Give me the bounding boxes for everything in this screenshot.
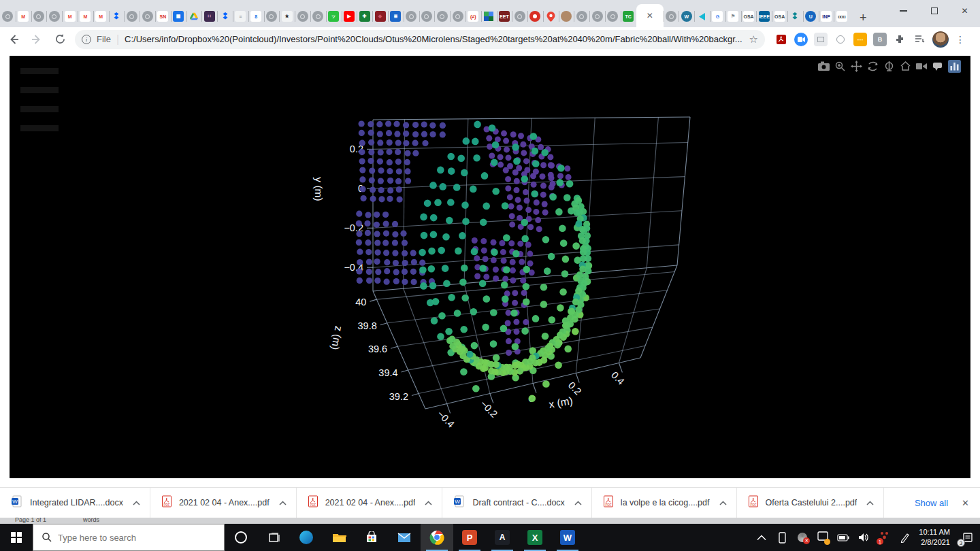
download-item-menu-caret[interactable] [866,501,874,505]
tab-favicon-gmail[interactable]: M [93,5,109,27]
modebar-hover-icon[interactable] [930,59,946,73]
tab-favicon-layers[interactable] [787,5,803,27]
taskbar-taskview-icon[interactable] [257,524,290,551]
tray-snip-icon[interactable] [813,524,833,551]
taskbar-search[interactable] [33,524,225,551]
tray-battery-icon[interactable] [833,524,853,551]
tab-favicon-mosaic[interactable] [481,5,497,27]
tab-favicon-redcircle[interactable] [527,5,543,27]
tab-favicon-google[interactable]: G [710,5,725,27]
tab-favicon-tc[interactable]: TC [621,5,636,27]
tab-favicon-globe[interactable] [605,5,621,27]
reload-button-icon[interactable] [50,30,69,49]
modebar-orbit-icon[interactable] [864,59,881,73]
forward-button-icon[interactable] [27,30,46,49]
taskbar-clock[interactable]: 10:11 AM 2/8/2021 [915,527,956,548]
tab-favicon-globe[interactable] [574,5,589,27]
bookmark-star-icon[interactable]: ☆ [749,33,758,46]
tab-favicon-bluedoc[interactable]: ≣ [388,5,404,27]
tab-favicon-doctext[interactable]: ıxxı [834,5,849,27]
tab-favicon-blueu[interactable]: U [803,5,819,27]
download-item-menu-caret[interactable] [719,501,727,505]
ring-extension-icon[interactable] [834,33,847,46]
taskbar-mail-icon[interactable] [388,524,421,551]
notification-center-icon[interactable]: 3 [956,524,980,551]
download-item-name[interactable]: Integrated LIDAR....docx [30,498,123,507]
tab-favicon-globe[interactable] [434,5,450,27]
modebar-home-icon[interactable] [897,59,913,73]
tab-favicon-maps[interactable] [543,5,559,27]
download-item[interactable]: PDF Oferta Castelului 2....pdf [737,488,885,518]
tab-favicon-inp[interactable]: INP [819,5,834,27]
cast-extension-icon[interactable] [814,33,828,46]
tab-favicon-globe[interactable] [404,5,419,27]
tab-favicon-globe[interactable] [0,5,16,27]
back-button-icon[interactable] [4,30,23,49]
tab-favicon-greensmiley[interactable]: ッ [326,5,342,27]
tab-favicon-wp[interactable]: W [679,5,694,27]
tray-pen-icon[interactable] [894,524,915,551]
tab-favicon-osa[interactable]: OSA [772,5,787,27]
tab-favicon-globe[interactable] [512,5,527,27]
tab-favicon-dropbox[interactable] [217,5,233,27]
tab-favicon-ieee[interactable]: IEEE [756,5,772,27]
tab-favicon-dropbox[interactable] [109,5,125,27]
tab-favicon-drive[interactable] [186,5,202,27]
tab-favicon-reddiamond[interactable]: ◆ [372,5,388,27]
download-item[interactable]: W Draft contract - C....docx [442,488,591,518]
tab-favicon-page[interactable]: ≡ [233,5,248,27]
tab-favicon-globe[interactable] [589,5,605,27]
tray-chevron-icon[interactable] [751,524,772,551]
tab-favicon-gmail[interactable]: M [62,5,78,27]
tab-favicon-avatar[interactable] [559,5,574,27]
start-button[interactable] [0,524,33,551]
tab-favicon-globe[interactable] [664,5,679,27]
tab-favicon-globe[interactable] [295,5,310,27]
new-tab-button[interactable]: + [853,8,872,27]
show-all-downloads-button[interactable]: Show all [905,494,958,512]
b-extension-icon[interactable]: B [873,33,887,46]
modebar-pan-icon[interactable] [848,59,864,73]
url-text[interactable]: C:/Users/info/Dropbox%20(Pointcloud)/Inv… [125,34,743,44]
tab-favicon-slackdark[interactable]: ∷ [201,5,217,27]
page-info-icon[interactable]: i [82,35,91,44]
tab-favicon-sn[interactable]: SN [155,5,171,27]
pdf-extension-icon[interactable] [774,33,788,46]
download-item-name[interactable]: 2021 02 04 - Anex....pdf [179,498,270,507]
active-tab[interactable]: ✕ [636,4,664,27]
tab-favicon-gmail[interactable]: M [16,5,31,27]
tab-close-icon[interactable]: ✕ [647,11,653,20]
download-item-name[interactable]: 2021 02 04 - Anex....pdf [325,498,416,507]
tab-favicon-cyantri[interactable] [694,5,710,27]
modebar-zoom-icon[interactable] [832,59,848,73]
taskbar-explorer-icon[interactable] [323,524,355,551]
tab-favicon-youtube[interactable]: ▶ [342,5,357,27]
download-item[interactable]: PDF 2021 02 04 - Anex....pdf [150,488,297,518]
window-maximize-button[interactable] [919,0,949,22]
window-close-button[interactable]: ✕ [949,0,980,22]
scatter3d-canvas[interactable]: 0.20−0.2−0.44039.839.639.439.2−0.4−0.200… [10,56,970,478]
plotly-3d-scatter[interactable]: 0.20−0.2−0.44039.839.639.439.2−0.4−0.200… [10,56,970,478]
keep-extension-icon[interactable]: ⋯ [853,33,867,46]
taskbar-word-icon[interactable]: W [551,524,584,551]
tab-favicon-globe[interactable] [124,5,140,27]
downloads-bar-close-icon[interactable]: ✕ [962,498,969,508]
download-item[interactable]: W Integrated LIDAR....docx [0,488,150,518]
tab-favicon-globe[interactable] [46,5,62,27]
modebar-movie-icon[interactable] [913,59,930,73]
tab-favicon-blue8[interactable]: 8 [248,5,264,27]
tab-favicon-winblue[interactable]: ▦ [171,5,186,27]
download-item-name[interactable]: Draft contract - C....docx [472,498,564,507]
tab-favicon-eet[interactable]: EET [497,5,512,27]
taskbar-chrome-icon[interactable] [421,524,453,551]
window-minimize-button[interactable] [888,0,919,22]
taskbar-cortana-icon[interactable] [225,524,257,551]
taskbar-excel-icon[interactable]: X [519,524,551,551]
taskbar-store-icon[interactable] [355,524,388,551]
tab-favicon-redparen[interactable]: (≠) [466,5,481,27]
browser-menu-icon[interactable]: ⋮ [956,34,965,45]
taskbar-search-input[interactable] [58,533,208,543]
address-bar[interactable]: i File | C:/Users/info/Dropbox%20(Pointc… [75,30,765,49]
modebar-turntable-icon[interactable] [881,59,897,73]
extensions-puzzle-icon[interactable] [893,33,906,46]
